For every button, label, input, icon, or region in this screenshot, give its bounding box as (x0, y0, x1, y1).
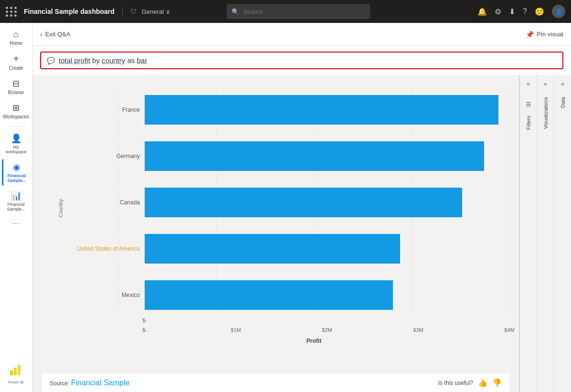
financial-sample-2-icon: 📊 (11, 191, 21, 201)
svg-rect-2 (18, 365, 21, 375)
sidebar-item-label: My workspace (4, 145, 29, 154)
workspace-label: General (142, 8, 164, 15)
filters-collapse-icon[interactable]: « (525, 79, 532, 89)
sidebar-item-financial-sample-2[interactable]: 📊 Financial Sample... (2, 188, 31, 214)
pin-icon: 📌 (526, 31, 534, 38)
thumbs-down-button[interactable]: 👎 (492, 378, 502, 387)
bar-label-usa: United States of America (68, 245, 140, 252)
visualizations-panel-tab[interactable]: « Visualizations (537, 75, 554, 392)
source-prefix: Source: (50, 380, 71, 387)
nav-divider (122, 7, 123, 16)
home-icon: ⌂ (13, 30, 19, 40)
bar-fill-germany (145, 141, 484, 171)
main-layout: ⌂ Home + Create ⊟ Browse ⊞ Workspaces 👤 … (0, 23, 571, 392)
x-axis-label: Profit (42, 338, 509, 344)
gear-icon[interactable]: ⚙ (495, 7, 501, 16)
qna-input-box[interactable]: 💬 total profit by country as bar (40, 52, 563, 69)
filters-panel-label: Filters (526, 112, 531, 134)
useful-text: Is this useful? (438, 380, 473, 386)
chat-icon: 💬 (47, 57, 55, 64)
exit-qna-button[interactable]: ‹ Exit Q&A (40, 31, 70, 38)
x-tick-4m: $4M (504, 327, 514, 333)
exit-qna-label: Exit Q&A (45, 31, 71, 38)
sidebar-item-label: Home (10, 41, 22, 46)
bar-track-mexico (145, 280, 509, 310)
data-collapse-icon[interactable]: « (559, 79, 566, 89)
download-icon[interactable]: ⬇ (509, 7, 515, 16)
sidebar-item-label: Financial Sample... (4, 202, 29, 212)
sidebar-item-browse[interactable]: ⊟ Browse (2, 75, 31, 98)
x-axis: $- $1M $2M $3M $4M (42, 327, 509, 335)
financial-sample-1-icon: ◉ (13, 162, 21, 172)
bar-chart: Country (42, 85, 509, 373)
chevron-down-icon: ∨ (166, 8, 170, 15)
workspaces-icon: ⊞ (12, 103, 20, 113)
qna-header: ‹ Exit Q&A 📌 Pin visual (32, 23, 571, 46)
content-area: ‹ Exit Q&A 📌 Pin visual 💬 total profit b… (32, 23, 571, 392)
sidebar-item-home[interactable]: ⌂ Home (2, 27, 31, 49)
data-panel-tab[interactable]: « Data (554, 75, 571, 392)
filters-icon: ☰ (526, 101, 531, 108)
powerbi-label: Power BI (8, 380, 23, 384)
useful-section: Is this useful? 👍 👎 (438, 378, 502, 387)
feedback-icon[interactable]: 🙂 (535, 7, 544, 16)
create-icon: + (13, 53, 19, 64)
visualizations-collapse-icon[interactable]: « (542, 79, 549, 89)
x-tick-3m: $3M (413, 327, 423, 333)
pin-visual-label: Pin visual (537, 31, 563, 38)
query-bar: bar (137, 56, 147, 64)
query-country: country (102, 56, 125, 64)
pin-visual-button[interactable]: 📌 Pin visual (526, 31, 563, 38)
bar-row-usa: United States of America (68, 228, 509, 269)
x-axis-inner: $- $1M $2M $3M $4M (145, 327, 509, 335)
browse-icon: ⊟ (12, 78, 20, 89)
y-axis-label: Country (58, 199, 63, 218)
sidebar-item-more[interactable]: ··· (2, 216, 31, 230)
x-tick-dollar: $- (142, 327, 147, 333)
sidebar-item-create[interactable]: + Create (2, 51, 31, 74)
bell-icon[interactable]: 🔔 (477, 7, 487, 16)
chart-footer: Source: Financial Sample Is this useful?… (42, 373, 509, 392)
x-tick-1m: $1M (231, 327, 241, 333)
query-by: by (92, 56, 102, 64)
search-box[interactable]: 🔍 (227, 4, 370, 19)
bar-fill-canada (145, 188, 462, 217)
bar-track-canada (145, 188, 509, 217)
thumbs-up-button[interactable]: 👍 (478, 378, 487, 387)
sidebar-item-label: Financial Sample... (5, 173, 29, 183)
shield-icon: 🛡 (130, 8, 137, 15)
sidebar: ⌂ Home + Create ⊟ Browse ⊞ Workspaces 👤 … (0, 23, 32, 392)
filters-panel-tab[interactable]: « ☰ Filters (519, 75, 537, 392)
back-arrow-icon: ‹ (40, 31, 42, 38)
source-link[interactable]: Financial Sample (71, 379, 130, 387)
chart-and-panels: Country (32, 75, 571, 392)
bar-track-usa (145, 234, 509, 264)
bar-label-mexico: Mexico (68, 292, 140, 298)
query-total-profit: total profit (59, 56, 90, 64)
bar-row-mexico: Mexico (68, 274, 509, 316)
bars-area: France Germany (42, 89, 509, 316)
sidebar-item-label: Create (9, 65, 23, 71)
qna-query-text: total profit by country as bar (59, 56, 147, 64)
bar-track-france (145, 95, 509, 125)
search-input[interactable] (243, 8, 365, 15)
bar-label-germany: Germany (68, 153, 140, 159)
sidebar-item-workspaces[interactable]: ⊞ Workspaces (2, 100, 31, 122)
sidebar-item-financial-sample-1[interactable]: ◉ Financial Sample... (2, 159, 31, 186)
sidebar-item-my-workspace[interactable]: 👤 My workspace (2, 130, 31, 157)
qna-input-area: 💬 total profit by country as bar (32, 46, 571, 75)
help-icon[interactable]: ? (523, 7, 527, 16)
bar-fill-mexico (145, 280, 393, 310)
x-tick-2m: $2M (322, 327, 332, 333)
nav-icon-group: 🔔 ⚙ ⬇ ? 🙂 👤 (477, 5, 565, 18)
grid-line-4m (509, 89, 510, 316)
bars-container: Country (42, 89, 509, 327)
search-icon: 🔍 (232, 8, 239, 15)
bar-row-canada: Canada (68, 182, 509, 223)
bar-row-germany: Germany (68, 136, 509, 177)
avatar[interactable]: 👤 (552, 5, 565, 18)
workspace-selector[interactable]: General ∨ (142, 8, 170, 15)
app-launcher-icon[interactable] (6, 7, 17, 17)
bar-row-france: France (68, 89, 509, 131)
bar-label-canada: Canada (68, 199, 140, 206)
